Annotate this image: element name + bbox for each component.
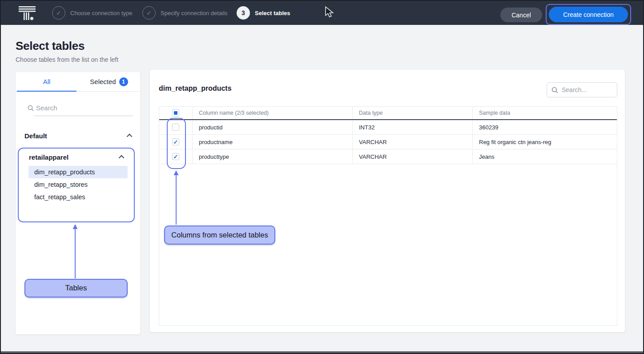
create-connection-button[interactable]: Create connection bbox=[549, 7, 628, 22]
cell-column-name: productid bbox=[193, 120, 353, 134]
search-icon bbox=[28, 105, 34, 111]
table-row: productname VARCHAR Reg fit organic ctn … bbox=[159, 135, 617, 149]
columns-panel: dim_retapp_products Column name (2/3 sel… bbox=[150, 70, 625, 332]
select-all-checkbox[interactable] bbox=[172, 109, 179, 117]
columns-search-input[interactable] bbox=[562, 86, 611, 93]
list-item-dim-retapp-stores[interactable]: dim_retapp_stores bbox=[28, 178, 128, 191]
header-data-type: Data type bbox=[353, 107, 473, 119]
row-checkbox[interactable] bbox=[172, 124, 179, 131]
step-label: Specify connection details bbox=[161, 10, 227, 16]
table-list: dim_retapp_products dim_retapp_stores fa… bbox=[28, 166, 128, 203]
columns-table-header: Column name (2/3 selected) Data type Sam… bbox=[159, 107, 617, 120]
header-sample-data: Sample data bbox=[473, 107, 617, 119]
mouse-cursor bbox=[325, 6, 334, 18]
selected-table-title: dim_retapp_products bbox=[159, 84, 232, 93]
step-select-tables[interactable]: 3 Select tables bbox=[237, 6, 290, 20]
header-column-name: Column name (2/3 selected) bbox=[193, 107, 353, 119]
cell-sample-data: 360239 bbox=[473, 120, 617, 134]
wizard-header: ✓ Choose connection type ✓ Specify conne… bbox=[1, 1, 643, 25]
tables-search bbox=[28, 103, 133, 116]
table-row: producttype VARCHAR Jeans bbox=[159, 149, 617, 164]
step-number: 3 bbox=[237, 6, 250, 20]
thoughtspot-logo bbox=[18, 6, 36, 21]
list-item-fact-retapp-sales[interactable]: fact_retapp_sales bbox=[28, 191, 128, 203]
cell-sample-data: Reg fit organic ctn jeans-reg bbox=[473, 135, 617, 149]
columns-annotation-label: Columns from selected tables bbox=[164, 225, 275, 245]
group-default-label: Default bbox=[24, 132, 47, 140]
step-choose-connection-type[interactable]: ✓ Choose connection type bbox=[52, 6, 132, 20]
step-label: Choose connection type bbox=[70, 10, 132, 16]
cancel-button[interactable]: Cancel bbox=[500, 8, 542, 22]
create-button-annotation-outline: Create connection bbox=[546, 4, 631, 25]
columns-table: Column name (2/3 selected) Data type Sam… bbox=[159, 106, 617, 326]
cell-data-type: VARCHAR bbox=[353, 135, 473, 149]
chevron-up-icon bbox=[127, 134, 133, 140]
list-item-dim-retapp-products[interactable]: dim_retapp_products bbox=[28, 166, 128, 178]
tab-selected[interactable]: Selected 1 bbox=[78, 72, 140, 91]
tables-panel: All Selected 1 Default retailapparel dim… bbox=[16, 72, 140, 334]
step-done-check-icon: ✓ bbox=[52, 6, 65, 20]
row-checkbox[interactable] bbox=[172, 153, 179, 160]
group-default[interactable]: Default bbox=[24, 132, 132, 140]
schema-label: retailapparel bbox=[29, 153, 68, 161]
tab-all[interactable]: All bbox=[16, 72, 78, 91]
cell-data-type: INT32 bbox=[353, 120, 473, 134]
schema-retailapparel[interactable]: retailapparel bbox=[29, 153, 124, 161]
step-done-check-icon: ✓ bbox=[142, 6, 156, 20]
tables-panel-tabs: All Selected 1 bbox=[16, 72, 140, 92]
tab-all-label: All bbox=[43, 78, 51, 85]
tab-selected-label: Selected bbox=[90, 78, 116, 85]
tables-annotation-arrow bbox=[72, 224, 79, 278]
tables-search-input[interactable] bbox=[34, 103, 133, 116]
step-label: Select tables bbox=[255, 10, 290, 16]
chevron-up-icon bbox=[119, 155, 125, 161]
row-checkbox[interactable] bbox=[172, 138, 179, 145]
tables-annotation-label: Tables bbox=[24, 279, 128, 298]
cell-sample-data: Jeans bbox=[473, 149, 617, 164]
page-subtitle: Choose tables from the list on the left bbox=[16, 56, 118, 63]
step-specify-connection-details[interactable]: ✓ Specify connection details bbox=[142, 6, 227, 20]
table-row: productid INT32 360239 bbox=[159, 120, 617, 135]
app-window: ✓ Choose connection type ✓ Specify conne… bbox=[0, 0, 644, 354]
page-title: Select tables bbox=[16, 39, 118, 53]
cell-column-name: producttype bbox=[193, 149, 353, 164]
cell-data-type: VARCHAR bbox=[353, 149, 473, 164]
columns-search bbox=[547, 82, 617, 97]
cell-column-name: productname bbox=[193, 135, 353, 149]
selected-count-badge: 1 bbox=[119, 77, 128, 86]
search-icon bbox=[551, 87, 558, 93]
